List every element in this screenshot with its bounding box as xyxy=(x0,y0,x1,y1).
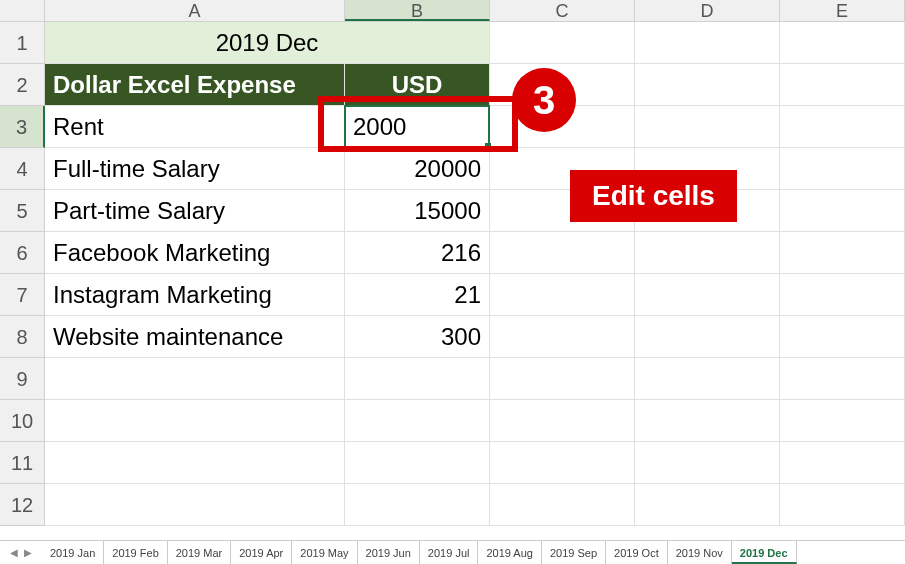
cell-b10[interactable] xyxy=(345,400,490,442)
cell-d6[interactable] xyxy=(635,232,780,274)
cell-a12[interactable] xyxy=(45,484,345,526)
cell-d11[interactable] xyxy=(635,442,780,484)
row-4: 4 Full-time Salary 20000 xyxy=(0,148,905,190)
col-header-d[interactable]: D xyxy=(635,0,780,21)
row-header-6[interactable]: 6 xyxy=(0,232,45,274)
header-usd[interactable]: USD xyxy=(345,64,490,106)
column-header-row: A B C D E xyxy=(0,0,905,22)
row-header-4[interactable]: 4 xyxy=(0,148,45,190)
row-header-8[interactable]: 8 xyxy=(0,316,45,358)
cell-a10[interactable] xyxy=(45,400,345,442)
row-12: 12 xyxy=(0,484,905,526)
cell-d12[interactable] xyxy=(635,484,780,526)
cell-e3[interactable] xyxy=(780,106,905,148)
col-header-e[interactable]: E xyxy=(780,0,905,21)
cell-d8[interactable] xyxy=(635,316,780,358)
cell-e11[interactable] xyxy=(780,442,905,484)
cell-a7[interactable]: Instagram Marketing xyxy=(45,274,345,316)
sheet-tab-oct[interactable]: 2019 Oct xyxy=(606,541,668,564)
col-header-a[interactable]: A xyxy=(45,0,345,21)
spreadsheet-grid: A B C D E 1 2019 Dec 2 Dollar Excel Expe… xyxy=(0,0,905,526)
sheet-tab-feb[interactable]: 2019 Feb xyxy=(104,541,167,564)
cell-a5[interactable]: Part-time Salary xyxy=(45,190,345,232)
cell-b5[interactable]: 15000 xyxy=(345,190,490,232)
cell-a11[interactable] xyxy=(45,442,345,484)
col-header-b[interactable]: B xyxy=(345,0,490,21)
cell-a4[interactable]: Full-time Salary xyxy=(45,148,345,190)
row-6: 6 Facebook Marketing 216 xyxy=(0,232,905,274)
sheet-tab-jan[interactable]: 2019 Jan xyxy=(42,541,104,564)
select-all-corner[interactable] xyxy=(0,0,45,21)
cell-e9[interactable] xyxy=(780,358,905,400)
cell-b9[interactable] xyxy=(345,358,490,400)
sheet-tab-mar[interactable]: 2019 Mar xyxy=(168,541,231,564)
cell-c7[interactable] xyxy=(490,274,635,316)
cell-e2[interactable] xyxy=(780,64,905,106)
cell-d2[interactable] xyxy=(635,64,780,106)
row-header-11[interactable]: 11 xyxy=(0,442,45,484)
row-header-7[interactable]: 7 xyxy=(0,274,45,316)
sheet-tab-may[interactable]: 2019 May xyxy=(292,541,357,564)
cell-e8[interactable] xyxy=(780,316,905,358)
sheet-tab-jun[interactable]: 2019 Jun xyxy=(358,541,420,564)
row-9: 9 xyxy=(0,358,905,400)
cell-b7[interactable]: 21 xyxy=(345,274,490,316)
cell-b6[interactable]: 216 xyxy=(345,232,490,274)
cell-b11[interactable] xyxy=(345,442,490,484)
cell-a3[interactable]: Rent xyxy=(45,106,345,148)
cell-e7[interactable] xyxy=(780,274,905,316)
sheet-tab-sep[interactable]: 2019 Sep xyxy=(542,541,606,564)
sheet-tab-jul[interactable]: 2019 Jul xyxy=(420,541,479,564)
cell-a6[interactable]: Facebook Marketing xyxy=(45,232,345,274)
tab-next-icon[interactable]: ▶ xyxy=(24,547,32,558)
cell-e1[interactable] xyxy=(780,22,905,64)
cell-d7[interactable] xyxy=(635,274,780,316)
tab-prev-icon[interactable]: ◀ xyxy=(10,547,18,558)
sheet-tab-aug[interactable]: 2019 Aug xyxy=(478,541,542,564)
annotation-callout: Edit cells xyxy=(570,170,737,222)
cell-c10[interactable] xyxy=(490,400,635,442)
row-1: 1 2019 Dec xyxy=(0,22,905,64)
row-header-12[interactable]: 12 xyxy=(0,484,45,526)
cell-e4[interactable] xyxy=(780,148,905,190)
tab-nav-arrows[interactable]: ◀ ▶ xyxy=(0,547,42,558)
cell-a8[interactable]: Website maintenance xyxy=(45,316,345,358)
cell-b12[interactable] xyxy=(345,484,490,526)
cell-e12[interactable] xyxy=(780,484,905,526)
row-header-10[interactable]: 10 xyxy=(0,400,45,442)
row-header-5[interactable]: 5 xyxy=(0,190,45,232)
row-header-3[interactable]: 3 xyxy=(0,106,45,148)
cell-c1[interactable] xyxy=(490,22,635,64)
sheet-tab-nov[interactable]: 2019 Nov xyxy=(668,541,732,564)
cell-b8[interactable]: 300 xyxy=(345,316,490,358)
cell-edit-input[interactable] xyxy=(345,106,490,148)
row-header-1[interactable]: 1 xyxy=(0,22,45,64)
cell-a9[interactable] xyxy=(45,358,345,400)
annotation-step-badge: 3 xyxy=(512,68,576,132)
row-header-2[interactable]: 2 xyxy=(0,64,45,106)
cell-c9[interactable] xyxy=(490,358,635,400)
cell-d10[interactable] xyxy=(635,400,780,442)
cell-d9[interactable] xyxy=(635,358,780,400)
header-expense[interactable]: Dollar Excel Expense xyxy=(45,64,345,106)
row-11: 11 xyxy=(0,442,905,484)
cell-c6[interactable] xyxy=(490,232,635,274)
row-8: 8 Website maintenance 300 xyxy=(0,316,905,358)
cell-d1[interactable] xyxy=(635,22,780,64)
row-10: 10 xyxy=(0,400,905,442)
cell-d3[interactable] xyxy=(635,106,780,148)
cell-e5[interactable] xyxy=(780,190,905,232)
sheet-tab-dec[interactable]: 2019 Dec xyxy=(732,541,797,564)
title-cell[interactable]: 2019 Dec xyxy=(45,22,490,64)
col-header-c[interactable]: C xyxy=(490,0,635,21)
cell-c12[interactable] xyxy=(490,484,635,526)
row-2: 2 Dollar Excel Expense USD xyxy=(0,64,905,106)
cell-c11[interactable] xyxy=(490,442,635,484)
cell-c8[interactable] xyxy=(490,316,635,358)
sheet-tabs-bar: ◀ ▶ 2019 Jan 2019 Feb 2019 Mar 2019 Apr … xyxy=(0,540,905,564)
row-header-9[interactable]: 9 xyxy=(0,358,45,400)
cell-e6[interactable] xyxy=(780,232,905,274)
cell-e10[interactable] xyxy=(780,400,905,442)
cell-b4[interactable]: 20000 xyxy=(345,148,490,190)
sheet-tab-apr[interactable]: 2019 Apr xyxy=(231,541,292,564)
